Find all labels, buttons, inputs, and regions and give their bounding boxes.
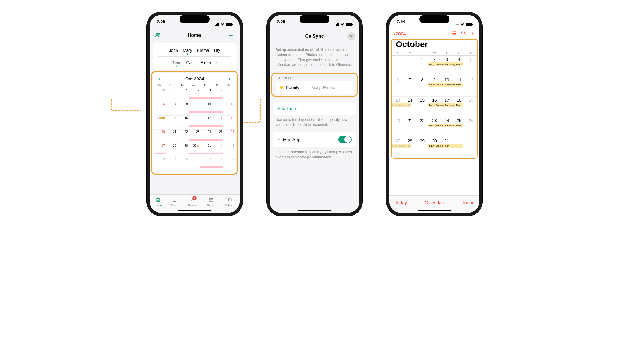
- calendar-day[interactable]: 18: [212, 115, 224, 129]
- person-tab[interactable]: Emma: [197, 48, 209, 53]
- next-month-icon[interactable]: ›: [229, 76, 230, 81]
- calendar-day[interactable]: 3: [440, 56, 453, 76]
- calendar-day[interactable]: 14: [166, 115, 177, 129]
- calendar-day[interactable]: 18: [453, 97, 465, 117]
- calendar-day[interactable]: 15: [416, 97, 428, 117]
- calendar-day[interactable]: 16Mary: Emma - Parenting Time: [428, 97, 441, 117]
- calendar-day[interactable]: 27: [154, 143, 166, 157]
- calendar-day[interactable]: 29: [154, 88, 166, 102]
- calendar-day[interactable]: 31: [200, 143, 212, 157]
- calendar-day[interactable]: 22: [177, 129, 189, 143]
- calendar-day[interactable]: 8: [212, 157, 224, 171]
- hide-toggle[interactable]: [338, 136, 352, 143]
- add-icon[interactable]: ＋: [470, 31, 475, 37]
- add-icon[interactable]: ＋: [228, 31, 234, 40]
- calendar-day[interactable]: 1: [416, 56, 428, 76]
- calendar-day[interactable]: 19: [465, 97, 477, 117]
- calendar-day[interactable]: 10: [440, 76, 453, 97]
- calendar-day[interactable]: 26: [223, 129, 235, 143]
- nav-planned[interactable]: △Planned2: [187, 197, 197, 207]
- calendar-day[interactable]: 1: [212, 143, 224, 157]
- nav-diary[interactable]: ≣Diary: [171, 197, 178, 207]
- calendar-day[interactable]: 13Mary: Emma - Par: [392, 97, 404, 117]
- subtab[interactable]: Time: [172, 60, 182, 65]
- calendar-day[interactable]: 6: [154, 102, 166, 115]
- calendar-day[interactable]: 6: [392, 76, 404, 97]
- nav-home[interactable]: ⊞Home: [154, 197, 162, 207]
- calendar-day[interactable]: 30H: [189, 143, 201, 157]
- calendar-day[interactable]: 20: [154, 129, 166, 143]
- calendar-day[interactable]: 30Mary: Emma - Par: [428, 137, 441, 158]
- calendar-day[interactable]: 15: [177, 115, 189, 129]
- calendar-day[interactable]: 11: [212, 102, 224, 115]
- next-year-icon[interactable]: »: [222, 76, 225, 81]
- calendar-day[interactable]: 12: [465, 76, 477, 97]
- person-tab[interactable]: Mary: [183, 48, 192, 53]
- calendar-day[interactable]: [404, 56, 416, 76]
- calendar-day[interactable]: 7: [200, 157, 212, 171]
- calendar-day[interactable]: 29: [177, 143, 189, 157]
- family-row[interactable]: Family Mary: Emma ›: [276, 81, 353, 94]
- calendar-day[interactable]: 2: [223, 143, 235, 157]
- calendar-day[interactable]: 7: [404, 76, 416, 97]
- calendar-day[interactable]: 29: [416, 137, 428, 158]
- calendar-day[interactable]: [465, 137, 477, 158]
- calendar-day[interactable]: 17: [200, 115, 212, 129]
- calendar-day[interactable]: 31: [440, 137, 453, 158]
- calendar-day[interactable]: 13CD: [154, 115, 166, 129]
- calendar-day[interactable]: 17: [440, 97, 453, 117]
- prev-year-icon[interactable]: «: [164, 76, 166, 81]
- calendar-day[interactable]: 23Mary: Emma - Parenting Time: [428, 117, 441, 137]
- calendar-day[interactable]: 21: [166, 129, 177, 143]
- calendar-day[interactable]: 4: [212, 88, 224, 102]
- calendars-button[interactable]: Calendars: [425, 200, 445, 205]
- calendar-day[interactable]: 11: [453, 76, 465, 97]
- calendar-day[interactable]: [453, 137, 465, 158]
- nav-settings[interactable]: ⚙Settings: [225, 197, 235, 207]
- people-icon[interactable]: [155, 32, 161, 39]
- back-button[interactable]: ‹ 2024: [394, 31, 406, 36]
- calendar-day[interactable]: 4: [166, 157, 177, 171]
- calendar-day[interactable]: [392, 56, 404, 76]
- calendar-day[interactable]: 20: [392, 117, 404, 137]
- calendar-day[interactable]: 12: [223, 102, 235, 115]
- nav-report[interactable]: ▤Report: [207, 197, 215, 207]
- calendar-day[interactable]: 6: [189, 157, 201, 171]
- calendar-day[interactable]: 2Mary: Emma - Parenting Time: [428, 56, 441, 76]
- calendar-day[interactable]: 28: [404, 137, 416, 158]
- person-tab[interactable]: John: [169, 48, 178, 53]
- calendar-day[interactable]: 14: [404, 97, 416, 117]
- inbox-button[interactable]: Inbox: [463, 200, 474, 205]
- calendar-day[interactable]: 9Mary: Emma - Parenting Time: [428, 76, 441, 97]
- today-button[interactable]: Today: [395, 200, 407, 205]
- calendar-day[interactable]: 7: [166, 102, 177, 115]
- calendar-day[interactable]: 1: [177, 88, 189, 102]
- calendar-day[interactable]: 2: [189, 88, 201, 102]
- calendar-day[interactable]: 25: [453, 117, 465, 137]
- subtab[interactable]: Calls: [186, 60, 195, 65]
- calendar-day[interactable]: 8: [177, 102, 189, 115]
- calendar-day[interactable]: 5: [177, 157, 189, 171]
- calendar-day[interactable]: 5: [465, 56, 477, 76]
- close-icon[interactable]: ✕: [347, 32, 355, 40]
- calendar-day[interactable]: 3: [154, 157, 166, 171]
- calendar-day[interactable]: 16: [189, 115, 201, 129]
- calendar-day[interactable]: 30: [166, 88, 177, 102]
- calendar-day[interactable]: 26: [465, 117, 477, 137]
- calendar-day[interactable]: 5: [223, 88, 235, 102]
- prev-month-icon[interactable]: ‹: [159, 76, 160, 81]
- calendar-day[interactable]: 27Mary: Emma - Par: [392, 137, 404, 158]
- calendar-day[interactable]: 8: [416, 76, 428, 97]
- calendar-day[interactable]: 4: [453, 56, 465, 76]
- person-tab[interactable]: Lily: [214, 48, 220, 53]
- calendar-day[interactable]: 9: [223, 157, 235, 171]
- calendar-day[interactable]: 9: [189, 102, 201, 115]
- calendar-day[interactable]: 24: [200, 129, 212, 143]
- calendar-day[interactable]: 23: [189, 129, 201, 143]
- subtab[interactable]: Expense: [201, 60, 217, 65]
- calendar-day[interactable]: 19: [223, 115, 235, 129]
- list-view-icon[interactable]: ☰: [452, 31, 456, 37]
- search-icon[interactable]: [461, 31, 466, 37]
- calendar-day[interactable]: 21: [404, 117, 416, 137]
- add-rule-button[interactable]: Add Rule: [273, 102, 356, 115]
